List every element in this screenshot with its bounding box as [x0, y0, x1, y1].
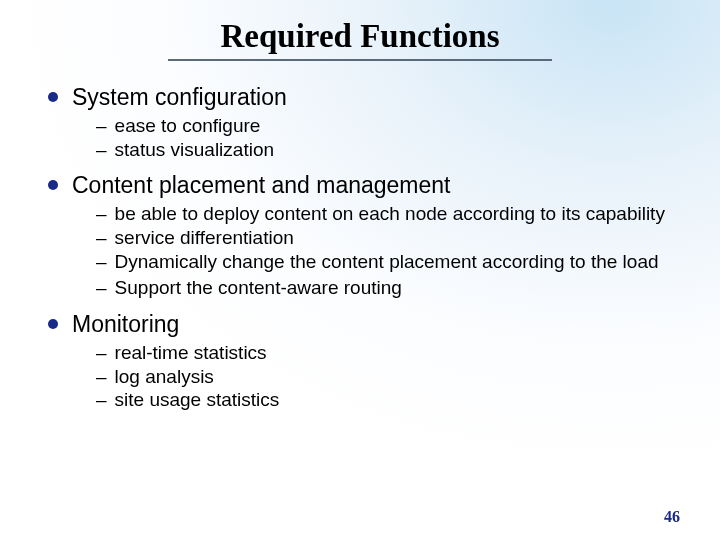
- sub-text: service differentiation: [115, 226, 294, 250]
- slide-container: Required Functions System configuration …: [0, 0, 720, 412]
- bullet-item: System configuration: [48, 83, 680, 112]
- sub-item: – site usage statistics: [96, 388, 680, 412]
- slide-content: System configuration – ease to configure…: [40, 83, 680, 412]
- bullet-text: Monitoring: [72, 310, 179, 339]
- sub-item: – ease to configure: [96, 114, 680, 138]
- dash-icon: –: [96, 226, 107, 250]
- dash-icon: –: [96, 250, 107, 274]
- bullet-icon: [48, 92, 58, 102]
- dash-icon: –: [96, 341, 107, 365]
- sub-text: Dynamically change the content placement…: [115, 250, 659, 274]
- bullet-text: Content placement and management: [72, 171, 450, 200]
- sub-text: site usage statistics: [115, 388, 280, 412]
- dash-icon: –: [96, 114, 107, 138]
- slide-title: Required Functions: [40, 18, 680, 55]
- sub-item: – log analysis: [96, 365, 680, 389]
- dash-icon: –: [96, 138, 107, 162]
- sub-text: ease to configure: [115, 114, 261, 138]
- title-underline: [168, 59, 552, 61]
- bullet-icon: [48, 180, 58, 190]
- sub-text: status visualization: [115, 138, 274, 162]
- dash-icon: –: [96, 276, 107, 300]
- bullet-text: System configuration: [72, 83, 287, 112]
- sub-text: be able to deploy content on each node a…: [115, 202, 665, 226]
- dash-icon: –: [96, 202, 107, 226]
- sub-text: real-time statistics: [115, 341, 267, 365]
- sub-item: – Dynamically change the content placeme…: [96, 250, 680, 274]
- sub-item: – real-time statistics: [96, 341, 680, 365]
- sub-item: – be able to deploy content on each node…: [96, 202, 680, 226]
- sub-item: – Support the content-aware routing: [96, 276, 680, 300]
- sub-text: Support the content-aware routing: [115, 276, 402, 300]
- bullet-icon: [48, 319, 58, 329]
- dash-icon: –: [96, 388, 107, 412]
- bullet-item: Content placement and management: [48, 171, 680, 200]
- dash-icon: –: [96, 365, 107, 389]
- sub-text: log analysis: [115, 365, 214, 389]
- sub-item: – status visualization: [96, 138, 680, 162]
- slide-number: 46: [664, 508, 680, 526]
- bullet-item: Monitoring: [48, 310, 680, 339]
- sub-item: – service differentiation: [96, 226, 680, 250]
